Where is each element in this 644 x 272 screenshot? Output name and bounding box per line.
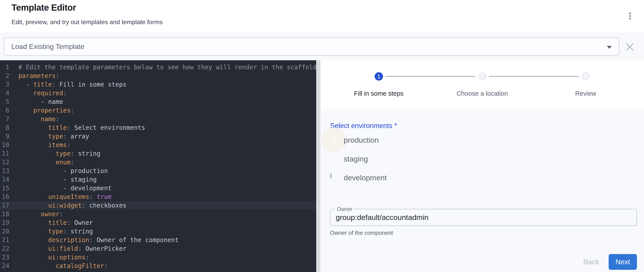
kebab-dot-icon — [629, 18, 631, 20]
check-icon — [331, 156, 337, 162]
line-number: 3 — [0, 80, 9, 89]
code-text: properties: — [18, 106, 74, 115]
next-button[interactable]: Next — [608, 254, 637, 270]
code-line[interactable]: 13 - production — [0, 167, 316, 175]
code-line[interactable]: 8 title: Select environments — [0, 123, 316, 132]
environments-checkbox-group: productionstagingdevelopment — [330, 135, 387, 191]
code-text: description: Owner of the component — [18, 236, 179, 244]
code-line[interactable]: 24 catalogFilter: — [0, 261, 316, 270]
code-line[interactable]: 4 required: — [0, 89, 316, 97]
code-line[interactable]: 2parameters: — [0, 72, 316, 80]
code-line[interactable]: 6 properties: — [0, 106, 316, 115]
checkbox-box — [330, 173, 332, 178]
code-text: type: string — [18, 149, 100, 158]
select-environments-label: Select environments * — [330, 122, 397, 130]
checkbox-checked[interactable] — [330, 155, 338, 163]
code-line[interactable]: 21 description: Owner of the component — [0, 236, 316, 244]
stepper-connector — [386, 76, 475, 77]
checkbox-unchecked[interactable] — [330, 174, 338, 182]
line-number: 8 — [0, 123, 9, 132]
checkbox-label[interactable]: staging — [344, 155, 368, 163]
code-text: name: — [18, 115, 59, 123]
line-number: 21 — [0, 236, 9, 244]
code-text: - production — [18, 167, 108, 175]
yaml-code-editor[interactable]: 1# Edit the template parameters below to… — [0, 60, 316, 272]
environment-option-development[interactable]: development — [330, 172, 387, 183]
code-line[interactable]: 22 ui:field: OwnerPicker — [0, 244, 316, 253]
code-text: title: Select environments — [18, 123, 145, 132]
kebab-dot-icon — [629, 13, 631, 14]
line-number: 9 — [0, 132, 9, 141]
template-editor-page: Template Editor Edit, preview, and try o… — [0, 0, 644, 272]
line-number: 22 — [0, 244, 9, 253]
line-number: 19 — [0, 218, 9, 227]
load-existing-template-select[interactable]: Load Existing Template — [4, 37, 619, 56]
code-line-current[interactable]: 17 ui:widget: checkboxes — [0, 201, 316, 210]
code-line[interactable]: 1# Edit the template parameters below to… — [0, 63, 316, 72]
checkbox-checked[interactable] — [330, 136, 338, 144]
line-number: 16 — [0, 193, 9, 201]
code-line[interactable]: 5 - name — [0, 97, 316, 106]
clear-template-button[interactable] — [626, 43, 634, 52]
code-text: type: array — [18, 132, 89, 141]
page-subtitle: Edit, preview, and try out templates and… — [12, 19, 162, 26]
page-title: Template Editor — [12, 3, 76, 13]
load-existing-template-placeholder: Load Existing Template — [11, 43, 84, 51]
code-text: - staging — [18, 175, 97, 184]
line-number: 10 — [0, 141, 9, 149]
code-line[interactable]: 18 owner: — [0, 210, 316, 218]
code-line[interactable]: 3 - title: Fill in some steps — [0, 80, 316, 89]
checkbox-label[interactable]: production — [344, 136, 379, 145]
line-number: 23 — [0, 253, 9, 261]
step-label: Fill in some steps — [354, 90, 404, 97]
close-icon — [626, 43, 634, 51]
scaffolder-preview-panel: 1Fill in some steps2Choose a location3Re… — [320, 60, 644, 108]
code-text: enum: — [18, 158, 74, 167]
line-number: 20 — [0, 227, 9, 236]
stepper: 1Fill in some steps2Choose a location3Re… — [320, 60, 644, 108]
code-line[interactable]: 9 type: array — [0, 132, 316, 141]
code-line[interactable]: 10 items: — [0, 141, 316, 149]
code-line[interactable]: 15 - development — [0, 184, 316, 193]
code-text: uniqueItems: true — [18, 193, 112, 201]
line-number: 17 — [0, 201, 9, 210]
step-circle: 3 — [582, 72, 590, 81]
step-label: Review — [575, 90, 596, 97]
code-line[interactable]: 12 enum: — [0, 158, 316, 167]
required-asterisk: * — [392, 122, 397, 129]
code-text: - name — [18, 97, 63, 106]
more-options-button[interactable] — [625, 10, 635, 22]
code-line[interactable]: 16 uniqueItems: true — [0, 193, 316, 201]
line-number: 7 — [0, 115, 9, 123]
load-template-toolbar: Load Existing Template — [0, 34, 644, 60]
code-line[interactable]: 7 name: — [0, 115, 316, 123]
code-line[interactable]: 11 type: string — [0, 149, 316, 158]
owner-helper-text: Owner of the component — [330, 229, 393, 236]
code-text: ui:field: OwnerPicker — [18, 244, 126, 253]
line-number: 15 — [0, 184, 9, 193]
code-text: items: — [18, 141, 70, 149]
code-line[interactable]: 14 - staging — [0, 175, 316, 184]
code-text: ui:widget: checkboxes — [18, 201, 126, 210]
code-text: title: Owner — [18, 218, 93, 227]
owner-input[interactable] — [336, 209, 632, 225]
stepper-connector — [489, 76, 579, 77]
environment-option-production[interactable]: production — [330, 135, 387, 145]
code-text: required: — [18, 89, 67, 97]
template-form-card: Select environments * productionstagingd… — [321, 108, 644, 272]
check-icon — [331, 137, 337, 143]
environment-option-staging[interactable]: staging — [330, 154, 387, 164]
code-line[interactable]: 19 title: Owner — [0, 218, 316, 227]
code-text: # Edit the template parameters below to … — [18, 63, 316, 72]
step-label: Choose a location — [456, 90, 508, 97]
back-button[interactable]: Back — [577, 255, 606, 269]
line-number: 18 — [0, 210, 9, 218]
code-line[interactable]: 23 ui:options: — [0, 253, 316, 261]
code-line[interactable]: 20 type: string — [0, 227, 316, 236]
page-header: Template Editor Edit, preview, and try o… — [0, 0, 644, 34]
code-text: owner: — [18, 210, 63, 218]
panel-resize-scrollbar[interactable] — [316, 60, 320, 272]
line-number: 4 — [0, 89, 9, 97]
checkbox-label[interactable]: development — [344, 173, 387, 182]
code-text: catalogFilter: — [18, 261, 108, 270]
